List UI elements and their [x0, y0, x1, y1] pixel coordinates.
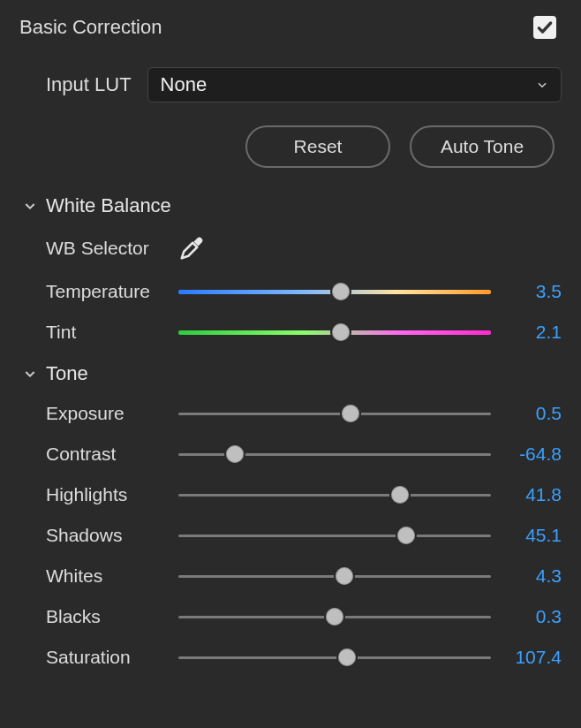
blacks-thumb[interactable]	[324, 606, 345, 627]
saturation-thumb[interactable]	[336, 647, 358, 668]
highlights-row: Highlights 41.8	[19, 484, 562, 505]
wb-selector-label: WB Selector	[46, 238, 178, 259]
eyedropper-icon[interactable]	[178, 235, 205, 262]
shadows-slider[interactable]	[178, 535, 491, 537]
highlights-value[interactable]: 41.8	[507, 484, 562, 505]
whites-value[interactable]: 4.3	[507, 565, 562, 587]
panel-header: Basic Correction	[19, 16, 562, 39]
wb-selector-row: WB Selector	[19, 235, 562, 262]
temperature-thumb[interactable]	[330, 281, 351, 302]
input-lut-dropdown[interactable]: None	[147, 67, 562, 102]
basic-correction-panel: Basic Correction Input LUT None Reset Au…	[0, 0, 581, 677]
highlights-label: Highlights	[46, 484, 178, 505]
temperature-label: Temperature	[46, 281, 178, 302]
auto-tone-button[interactable]: Auto Tone	[410, 125, 555, 168]
white-balance-header[interactable]: White Balance	[19, 194, 562, 217]
blacks-row: Blacks 0.3	[19, 606, 562, 627]
whites-thumb[interactable]	[334, 565, 355, 587]
whites-slider[interactable]	[178, 575, 491, 578]
blacks-label: Blacks	[46, 606, 178, 627]
exposure-label: Exposure	[46, 403, 178, 424]
panel-title: Basic Correction	[19, 16, 162, 39]
slider-track	[178, 413, 491, 415]
temperature-row: Temperature 3.5	[19, 281, 562, 302]
blacks-slider[interactable]	[178, 616, 491, 618]
tone-header[interactable]: Tone	[19, 362, 562, 385]
saturation-label: Saturation	[46, 647, 178, 668]
temperature-value[interactable]: 3.5	[507, 281, 562, 302]
slider-track	[178, 535, 491, 537]
shadows-row: Shadows 45.1	[19, 525, 562, 546]
whites-row: Whites 4.3	[19, 565, 562, 587]
highlights-thumb[interactable]	[389, 484, 411, 505]
collapse-icon	[23, 199, 37, 213]
shadows-thumb[interactable]	[396, 525, 417, 546]
collapse-icon	[23, 367, 37, 381]
reset-button[interactable]: Reset	[245, 125, 390, 168]
tone-title: Tone	[46, 362, 88, 385]
action-buttons: Reset Auto Tone	[19, 125, 562, 168]
tint-value[interactable]: 2.1	[507, 322, 562, 343]
temperature-slider[interactable]	[178, 290, 491, 294]
check-icon	[536, 19, 554, 36]
slider-track	[178, 656, 491, 659]
contrast-value[interactable]: -64.8	[507, 444, 562, 465]
chevron-down-icon	[536, 79, 548, 91]
saturation-value[interactable]: 107.4	[507, 647, 562, 668]
tint-row: Tint 2.1	[19, 322, 562, 343]
tint-label: Tint	[46, 322, 178, 343]
whites-label: Whites	[46, 565, 178, 587]
saturation-slider[interactable]	[178, 656, 491, 659]
input-lut-row: Input LUT None	[19, 67, 562, 102]
blacks-value[interactable]: 0.3	[507, 606, 562, 627]
saturation-row: Saturation 107.4	[19, 647, 562, 668]
slider-track	[178, 494, 491, 497]
contrast-slider[interactable]	[178, 453, 491, 456]
input-lut-label: Input LUT	[46, 73, 132, 96]
shadows-label: Shadows	[46, 525, 178, 546]
exposure-thumb[interactable]	[340, 403, 361, 424]
exposure-row: Exposure 0.5	[19, 403, 562, 424]
input-lut-value: None	[161, 73, 208, 96]
contrast-row: Contrast -64.8	[19, 444, 562, 465]
contrast-label: Contrast	[46, 444, 178, 465]
white-balance-title: White Balance	[46, 194, 171, 217]
highlights-slider[interactable]	[178, 494, 491, 497]
exposure-value[interactable]: 0.5	[507, 403, 562, 424]
shadows-value[interactable]: 45.1	[507, 525, 562, 546]
tint-thumb[interactable]	[330, 322, 351, 343]
enable-checkbox[interactable]	[533, 16, 556, 39]
tint-slider[interactable]	[178, 330, 491, 335]
exposure-slider[interactable]	[178, 413, 491, 415]
contrast-thumb[interactable]	[224, 444, 245, 465]
